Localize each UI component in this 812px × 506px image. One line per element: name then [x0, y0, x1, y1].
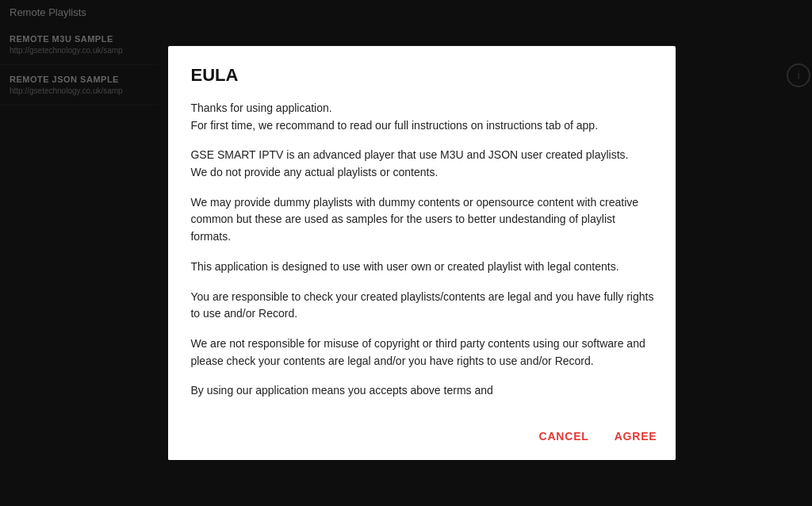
modal-paragraph-3: This application is designed to use with…: [190, 259, 653, 276]
modal-paragraph-4: You are responsible to check your create…: [190, 289, 653, 323]
eula-modal: EULA Thanks for using application.For fi…: [168, 46, 676, 460]
modal-paragraph-2: We may provide dummy playlists with dumm…: [190, 194, 653, 246]
modal-paragraph-5: We are not responsible for misuse of cop…: [190, 335, 653, 370]
modal-body: Thanks for using application.For first t…: [190, 100, 653, 400]
cancel-button[interactable]: CANCEL: [536, 425, 592, 447]
modal-content: EULA Thanks for using application.For fi…: [168, 46, 676, 412]
modal-paragraph-1: GSE SMART IPTV is an advanced player tha…: [190, 147, 653, 181]
modal-paragraph-0: Thanks for using application.For first t…: [190, 100, 653, 134]
modal-paragraph-6: By using our application means you accep…: [190, 382, 653, 400]
agree-button[interactable]: AGREE: [611, 425, 661, 447]
modal-footer: CANCEL AGREE: [168, 412, 676, 460]
modal-title: EULA: [190, 65, 653, 86]
